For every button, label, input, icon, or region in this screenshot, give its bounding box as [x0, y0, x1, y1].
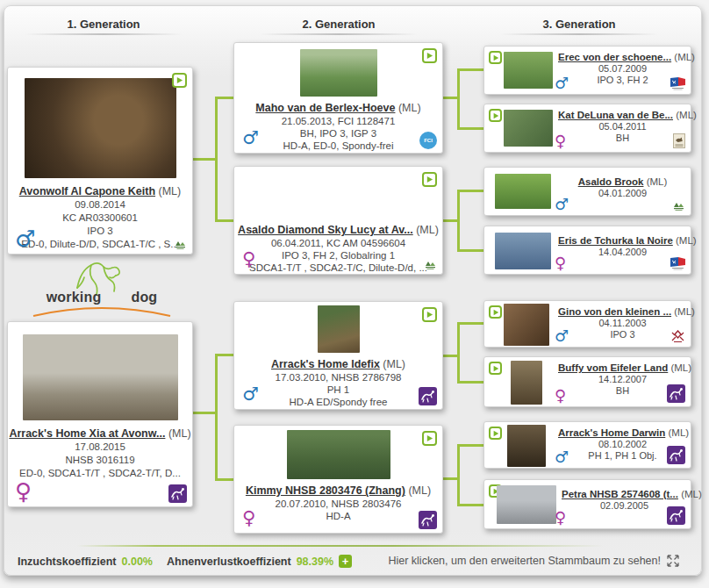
dog-card-maho: Maho van de Berlex-Hoeve (ML) 21.05.2013…	[233, 42, 443, 154]
generation-2-header: 2. Generation	[242, 18, 435, 31]
kennel-club-green-icon	[424, 259, 437, 270]
dog-ml-tag: (ML)	[398, 102, 421, 114]
pedigree-connector	[457, 444, 484, 447]
dog-ml-tag: (ML)	[416, 224, 439, 236]
dog-ml-tag: (ML)	[647, 176, 668, 187]
dog-ml-tag: (ML)	[676, 235, 697, 246]
play-video-icon[interactable]	[489, 109, 502, 122]
ancestor-loss-label: Ahnenverlustkoeffizient	[167, 556, 291, 568]
pedigree-connector	[193, 412, 217, 414]
play-video-icon[interactable]	[489, 427, 502, 440]
expand-icon[interactable]	[667, 555, 679, 567]
dog-photo[interactable]	[495, 233, 551, 269]
dog-name-link[interactable]: Buffy vom Eifeler Land	[558, 362, 668, 373]
plus-icon[interactable]: +	[339, 555, 352, 568]
raad-van-beheer-purple-icon	[667, 446, 685, 464]
play-video-icon[interactable]	[422, 48, 437, 63]
dog-name-link[interactable]: Arrack's Home Darwin	[558, 427, 665, 438]
dog-name-link[interactable]: Arrack's Home Xia at Avonw...	[9, 427, 165, 440]
dog-photo[interactable]	[504, 304, 549, 346]
pedigree-connector	[457, 190, 484, 192]
dog-photo[interactable]	[495, 174, 551, 209]
dog-card-asaldo-brook: Asaldo Brook (ML) 04.01.2009 ♂	[483, 167, 691, 216]
dog-name-link[interactable]: Maho van de Berlex-Hoeve	[255, 102, 395, 114]
play-video-icon[interactable]	[422, 172, 437, 187]
pedigree-connector	[215, 219, 235, 222]
dog-registration: KC AR03300601	[8, 212, 192, 225]
generation-3-header: 3. Generation	[483, 18, 676, 31]
dog-card-idefix: Arrack's Home Idefix (ML) 17.03.2010, NH…	[233, 301, 443, 410]
dog-name-link[interactable]: Gino von den kleinen ...	[558, 306, 671, 317]
dog-name-link[interactable]: Arrack's Home Idefix	[271, 358, 380, 370]
play-video-icon[interactable]	[422, 431, 437, 446]
dog-photo[interactable]	[300, 49, 377, 97]
dog-ml-tag: (ML)	[681, 489, 702, 499]
raad-van-beheer-purple-icon	[168, 484, 187, 503]
header-divider	[260, 33, 418, 35]
dog-card-gino: Gino von den kleinen ... (ML) 04.11.2003…	[483, 300, 691, 348]
dog-photo[interactable]	[309, 173, 368, 219]
dog-birthdate: 04.11.2003	[558, 318, 687, 329]
female-icon: ♀	[555, 133, 566, 149]
pedigree-connector	[457, 127, 484, 130]
dog-photo[interactable]	[25, 78, 176, 178]
male-icon: ♂	[555, 197, 569, 212]
dog-card-kimmy: Kimmy NHSB 2803476 (Zhang) (ML) 20.07.20…	[233, 425, 443, 534]
expand-pedigree-link[interactable]: Hier klicken, um den erweiterten Stammba…	[388, 555, 679, 567]
dog-birthdate: 21.05.2013, FCI 1128471	[234, 115, 442, 127]
play-video-icon[interactable]	[172, 73, 187, 88]
dog-health: SDCA1-T/T , SDCA2-T/C, Dilute-D/d, ...	[234, 262, 442, 274]
pedigree-connector	[457, 190, 460, 252]
logo-arc	[32, 305, 172, 318]
dog-photo[interactable]	[507, 425, 546, 467]
play-video-icon[interactable]	[489, 51, 502, 64]
pedigree-connector	[215, 97, 218, 222]
raad-van-beheer-purple-icon	[667, 384, 685, 403]
dog-name-link[interactable]: Avonwolf Al Capone Keith	[19, 185, 155, 197]
dog-photo[interactable]	[497, 485, 556, 524]
dog-photo[interactable]	[287, 430, 390, 479]
dog-ml-tag: (ML)	[168, 427, 191, 440]
dog-ml-tag: (ML)	[674, 52, 695, 62]
dog-birthdate: 17.03.2010, NHSB 2786798	[234, 371, 442, 384]
dog-photo[interactable]	[504, 110, 553, 147]
dog-card-asaldo-diamond: Asaldo Diamond Sky Lucy at Av... (ML) 06…	[233, 166, 443, 275]
dog-card-avonwolf: Avonwolf Al Capone Keith (ML) 09.08.2014…	[7, 67, 193, 255]
dog-name-link[interactable]: Kat DeLuna van de Be...	[558, 110, 673, 120]
male-icon: ♂	[242, 385, 259, 404]
male-icon: ♂	[242, 129, 259, 147]
raad-van-beheer-purple-icon	[419, 511, 437, 529]
dog-name-link[interactable]: Petra NHSB 2574608 (t...	[562, 489, 678, 499]
dog-name-link[interactable]: Kimmy NHSB 2803476 (Zhang)	[246, 484, 405, 497]
dog-titles: BH	[558, 133, 687, 144]
play-video-icon[interactable]	[489, 362, 502, 375]
male-icon: ♂	[15, 227, 35, 250]
working-dog-logo: working dog	[26, 260, 177, 318]
dog-ml-tag: (ML)	[674, 306, 695, 317]
female-icon: ♀	[555, 388, 566, 404]
dog-card-xia: Arrack's Home Xia at Avonw... (ML) 17.08…	[7, 321, 193, 507]
dog-photo[interactable]	[318, 305, 360, 353]
dog-photo[interactable]	[23, 334, 178, 420]
dog-card-darwin: Arrack's Home Darwin (ML) 08.10.2002 PH …	[483, 421, 691, 469]
expand-hint-text: Hier klicken, um den erweiterten Stammba…	[388, 555, 661, 567]
play-video-icon[interactable]	[489, 305, 502, 319]
dog-photo[interactable]	[511, 361, 542, 405]
dog-name-link[interactable]: Asaldo Diamond Sky Lucy at Av...	[238, 224, 413, 236]
dog-card-buffy: Buffy vom Eifeler Land (ML) 14.12.2007 B…	[483, 356, 691, 407]
dog-ml-tag: (ML)	[668, 427, 689, 438]
dog-name-link[interactable]: Asaldo Brook	[578, 176, 644, 187]
dog-ml-tag: (ML)	[670, 362, 691, 373]
dog-name-link[interactable]: Eris de Tchurka la Noire	[558, 235, 673, 246]
female-icon: ♀	[555, 510, 566, 526]
play-video-icon[interactable]	[422, 307, 437, 322]
generation-1-header: 1. Generation	[7, 18, 200, 31]
ancestor-loss-value: 98.39%	[297, 556, 333, 568]
dog-birthdate: 17.08.2015	[8, 441, 192, 454]
dog-photo[interactable]	[504, 52, 553, 89]
pedigree-connector	[457, 322, 484, 325]
female-icon: ♀	[242, 509, 255, 527]
dog-name-link[interactable]: Erec von der schoene...	[558, 52, 671, 62]
female-icon: ♀	[555, 255, 566, 271]
dog-birthdate: 09.08.2014	[8, 198, 192, 212]
